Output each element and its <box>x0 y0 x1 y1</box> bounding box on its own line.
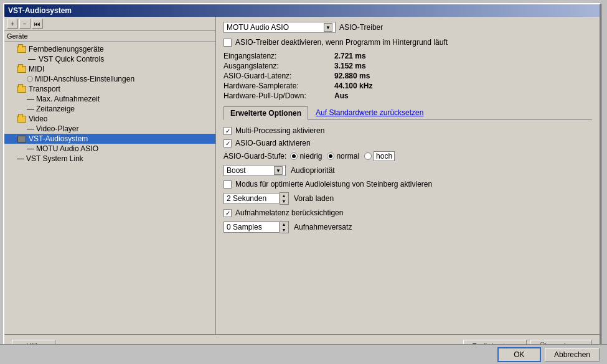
tree-item-zeitanzeige[interactable]: — Zeitanzeige <box>4 104 215 114</box>
add-button[interactable]: + <box>7 19 18 29</box>
leaf-dash-icon5: — <box>17 154 24 163</box>
asio-guard-checkbox[interactable] <box>224 139 232 147</box>
deactivate-checkbox[interactable] <box>224 39 232 47</box>
tree-item-video[interactable]: Video <box>4 114 215 124</box>
boost-dropdown-arrow: ▼ <box>274 166 283 175</box>
deactivate-label: ASIO-Treiber deaktivieren, wenn Programm… <box>235 38 448 47</box>
tree-item-midi[interactable]: MIDI <box>4 64 215 74</box>
radio-hoch-item: hoch <box>364 151 395 161</box>
radio-normal[interactable] <box>327 152 334 160</box>
ok-button[interactable]: OK <box>497 347 541 362</box>
samples-input[interactable] <box>224 222 280 233</box>
dropdown-arrow-icon: ▼ <box>324 23 332 32</box>
radio-normal-item: normal <box>327 152 359 161</box>
ok-cancel-bar: OK Abbrechen <box>0 344 607 364</box>
left-panel: + − ⏮ Geräte Fernbedienungsgeräte — VST … <box>4 17 216 334</box>
audioprioritat-label: Audiopriorität <box>291 166 335 175</box>
tree-label-midi: MIDI <box>29 65 44 73</box>
remove-button[interactable]: − <box>19 19 31 29</box>
vorab-row: ▲ ▼ Vorab laden <box>224 192 592 205</box>
tree-label-transport: Transport <box>29 85 60 93</box>
tree-label-motu-audio-asio: MOTU Audio ASIO <box>36 144 98 153</box>
radio-group: niedrig normal hoch <box>290 151 395 161</box>
tree-item-vst-quick-controls[interactable]: — VST Quick Controls <box>4 54 215 64</box>
aufnahme-checkbox[interactable] <box>224 209 232 217</box>
vorab-input[interactable] <box>224 193 280 204</box>
hardware-pullup-value: Aus <box>334 91 592 100</box>
tab-auf-standardwerte[interactable]: Auf Standardwerte zurücksetzen <box>309 106 430 119</box>
tree-item-fernbedienung[interactable]: Fernbedienungsgeräte <box>4 44 215 54</box>
multiprocessing-label: Multi-Processing aktivieren <box>235 126 324 135</box>
aufnahmeveratz-row: ▲ ▼ Aufnahmeversatz <box>224 221 592 233</box>
tree-label-fernbedienung: Fernbedienungsgeräte <box>29 45 104 54</box>
asio-guard-row: ASIO-Guard aktivieren <box>224 139 592 147</box>
tree-item-transport[interactable]: Transport <box>4 84 215 94</box>
ausgangslatenz-label: Ausgangslatenz: <box>224 62 329 70</box>
asio-driver-dropdown[interactable]: MOTU Audio ASIO ▼ <box>224 22 336 33</box>
tree-label-video-player: Video-Player <box>36 124 78 133</box>
dialog-title: VST-Audiosystem <box>8 6 72 15</box>
tree-label-zeitanzeige: Zeitanzeige <box>36 105 75 113</box>
tree-label-max-aufnahmezeit: Max. Aufnahmezeit <box>36 95 100 103</box>
vst-audio-icon <box>17 134 27 143</box>
multiprocessing-row: Multi-Processing aktivieren <box>224 126 592 135</box>
leaf-dash-icon4: — <box>27 144 34 153</box>
folder-icon-video <box>17 114 27 123</box>
folder-icon-transport <box>17 85 27 93</box>
tree-container: Fernbedienungsgeräte — VST Quick Control… <box>4 42 215 334</box>
radio-hoch[interactable] <box>364 152 372 160</box>
leaf-icon: — <box>27 55 37 63</box>
radio-niedrig-item: niedrig <box>290 152 322 161</box>
vorab-label: Vorab laden <box>294 194 334 203</box>
asio-guard-stufe-label: ASIO-Guard-Stufe: <box>224 152 286 161</box>
aufnahmeveratz-label: Aufnahmeversatz <box>294 223 352 231</box>
samples-spinner-up[interactable]: ▲ <box>280 222 288 227</box>
abbrechen-button[interactable]: Abbrechen <box>545 348 600 362</box>
ausgangslatenz-value: 3.152 ms <box>334 62 592 70</box>
hardware-samplerate-label: Hardware-Samplerate: <box>224 82 329 90</box>
tabs-row: Erweiterte Optionen Auf Standardwerte zu… <box>224 106 592 120</box>
folder-icon-midi <box>17 65 27 73</box>
asio-guard-label: ASIO-Guard aktivieren <box>235 139 311 147</box>
radio-normal-label: normal <box>336 152 359 161</box>
leaf-dash-icon: — <box>27 95 34 103</box>
right-panel: MOTU Audio ASIO ▼ ASIO-Treiber ASIO-Trei… <box>216 17 600 334</box>
samples-spinner-down[interactable]: ▼ <box>280 227 288 233</box>
tab-erweiterte-optionen[interactable]: Erweiterte Optionen <box>224 106 308 120</box>
radio-niedrig-label: niedrig <box>299 152 322 161</box>
aufnahme-label: Aufnahmelatenz berücksichtigen <box>235 208 343 217</box>
asio-driver-row: MOTU Audio ASIO ▼ ASIO-Treiber <box>224 22 592 33</box>
tree-label-vst-system-link: VST System Link <box>26 154 83 163</box>
tree-item-vst-system-link[interactable]: — VST System Link <box>4 154 215 164</box>
tree-item-video-player[interactable]: — Video-Player <box>4 124 215 134</box>
tree-item-motu-audio-asio[interactable]: — MOTU Audio ASIO <box>4 144 215 154</box>
boost-row: Boost ▼ Audiopriorität <box>224 165 592 176</box>
radio-niedrig[interactable] <box>290 152 298 160</box>
leaf-dash-icon3: — <box>27 124 34 133</box>
tree-label-midi-anschluss: MIDI-Anschluss-Einstellungen <box>35 75 134 83</box>
reset-button[interactable]: ⏮ <box>32 19 43 29</box>
eingangslatenz-label: Eingangslatenz: <box>224 52 329 60</box>
radio-hoch-label: hoch <box>374 151 395 161</box>
vorab-spinner-down[interactable]: ▼ <box>280 198 288 204</box>
boost-value: Boost <box>227 166 246 175</box>
tree-label-video: Video <box>29 114 47 123</box>
vorab-spinner-btns: ▲ ▼ <box>280 192 289 205</box>
left-toolbar: + − ⏮ <box>4 17 215 31</box>
samples-spinner: ▲ ▼ <box>224 221 289 233</box>
modus-checkbox[interactable] <box>224 180 232 189</box>
tree-item-midi-anschluss[interactable]: MIDI-Anschluss-Einstellungen <box>4 74 215 84</box>
tree-label-vst-audiosystem: VST-Audiosystem <box>29 134 88 143</box>
asio-driver-label: ASIO-Treiber <box>339 23 383 32</box>
vorab-spinner-up[interactable]: ▲ <box>280 193 288 198</box>
tree-item-max-aufnahmezeit[interactable]: — Max. Aufnahmezeit <box>4 94 215 104</box>
hardware-pullup-label: Hardware-Pull-Up/Down: <box>224 91 329 100</box>
tree-item-vst-audiosystem[interactable]: VST-Audiosystem <box>4 134 215 144</box>
circle-icon <box>27 76 33 82</box>
eingangslatenz-value: 2.721 ms <box>334 52 592 60</box>
multiprocessing-checkbox[interactable] <box>224 127 232 135</box>
info-grid: Eingangslatenz: 2.721 ms Ausgangslatenz:… <box>224 52 592 100</box>
boost-dropdown[interactable]: Boost ▼ <box>224 165 286 176</box>
vorab-spinner: ▲ ▼ <box>224 192 289 205</box>
modus-label: Modus für optimierte Audioleistung von S… <box>235 180 432 189</box>
